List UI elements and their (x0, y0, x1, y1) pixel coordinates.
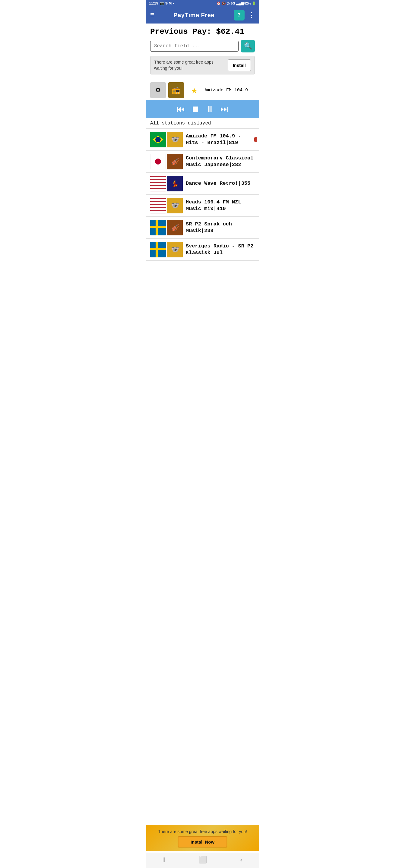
station-flag-sweden2 (150, 242, 166, 257)
next-button[interactable]: ⏭ (220, 104, 229, 114)
install-button[interactable]: Install (228, 59, 251, 71)
status-icons: 📷 ® M • (160, 1, 174, 5)
station-thumb-dance: 💃 (167, 176, 183, 191)
gear-icon-player: ⚙️ (150, 82, 166, 98)
station-flag-usa2 (150, 198, 166, 213)
stop-button[interactable]: ⏹ (191, 104, 200, 114)
pause-button[interactable]: ⏸ (206, 104, 214, 114)
more-options-icon[interactable]: ⋮ (248, 11, 255, 19)
ad-banner-text: There are some great free apps waiting f… (154, 59, 225, 71)
search-icon: 🔍 (244, 42, 252, 50)
stations-status: All stations dislayed (146, 118, 259, 128)
battery-pct: 82% (244, 1, 251, 5)
list-item[interactable]: 🐨 Sveriges Radio - SR P2 Klassisk Jul (146, 239, 259, 261)
station-name: Sveriges Radio - SR P2 Klassisk Jul (186, 243, 255, 256)
battery-icon: 🔋 (252, 1, 256, 5)
station-name: SR P2 Sprak och Musik|238 (186, 221, 255, 234)
list-item[interactable]: 🎻 Contemporary Classical Music Japanese|… (146, 151, 259, 173)
radio-icon-player: 📻 (168, 82, 184, 98)
gear-icon: ⚙️ (155, 85, 161, 95)
prev-button[interactable]: ⏮ (177, 104, 185, 114)
search-input[interactable] (150, 41, 238, 52)
station-thumb-violin: 🎻 (167, 154, 183, 169)
station-flag-japan (150, 154, 166, 169)
ad-banner: There are some great free apps waiting f… (150, 56, 255, 74)
hamburger-menu-icon[interactable]: ≡ (150, 11, 154, 19)
help-icon-button[interactable]: ? (234, 10, 244, 21)
station-thumb-bear3: 🐨 (167, 242, 183, 257)
station-name: Dance Wave Retro!|355 (186, 180, 250, 187)
previous-pay-amount: $62.41 (216, 27, 244, 36)
active-indicator (254, 137, 257, 142)
station-flag-brazil (150, 132, 166, 147)
station-list: 🐨 Amizade FM 104.9 - Hits - Brazil|819 🎻… (146, 128, 259, 261)
alarm-icon: ⏰ (216, 1, 221, 5)
status-left: 11:29 📷 ® M • (149, 1, 174, 5)
radio-icon: 📻 (172, 86, 181, 95)
top-bar: ≡ PayTime Free ? ⋮ (146, 7, 259, 24)
previous-pay-label: Previous Pay: (150, 27, 211, 36)
list-item[interactable]: 🎻 SR P2 Sprak och Musik|238 (146, 217, 259, 239)
station-name: Contemporary Classical Music Japanese|28… (186, 155, 255, 168)
list-item[interactable]: 🐨 Amizade FM 104.9 - Hits - Brazil|819 (146, 128, 259, 151)
app-title: PayTime Free (173, 12, 214, 19)
star-icon-player: ★ (186, 82, 202, 98)
previous-pay-display: Previous Pay: $62.41 (150, 27, 255, 36)
star-icon: ★ (191, 84, 198, 97)
search-button[interactable]: 🔍 (241, 40, 255, 53)
mute-icon: 🔇 (222, 1, 226, 5)
station-thumb-bear2: 🐨 (167, 198, 183, 213)
station-flag-sweden (150, 220, 166, 236)
status-time: 11:29 (149, 1, 158, 5)
list-item[interactable]: 💃 Dance Wave Retro!|355 (146, 173, 259, 195)
signal-bars: ▂▄▆ (236, 1, 243, 5)
help-icon: ? (238, 12, 241, 18)
player-row: ⚙️ 📻 ★ Amizade FM 104.9 - Hits - (146, 82, 259, 100)
signal-text: 5G (231, 1, 235, 5)
top-bar-icons: ? ⋮ (234, 10, 255, 21)
search-row: 🔍 (150, 40, 255, 53)
station-flag-usa (150, 176, 166, 191)
list-item[interactable]: 🐨 Heads 106.4 FM NZL Music mix|410 (146, 195, 259, 217)
now-playing-text: Amizade FM 104.9 - Hits - (204, 88, 255, 93)
status-right: ⏰ 🔇 ◎ 5G ▂▄▆ 82% 🔋 (216, 1, 256, 5)
main-content: Previous Pay: $62.41 🔍 There are some gr… (146, 24, 259, 82)
station-thumb-bear: 🐨 (167, 132, 183, 147)
status-bar: 11:29 📷 ® M • ⏰ 🔇 ◎ 5G ▂▄▆ 82% 🔋 (146, 0, 259, 7)
station-name: Heads 106.4 FM NZL Music mix|410 (186, 199, 255, 212)
wifi-icon: ◎ (227, 1, 230, 5)
station-thumb-violin2: 🎻 (167, 220, 183, 236)
station-name: Amizade FM 104.9 - Hits - Brazil|819 (186, 133, 255, 146)
controls-bar: ⏮ ⏹ ⏸ ⏭ (146, 100, 259, 118)
